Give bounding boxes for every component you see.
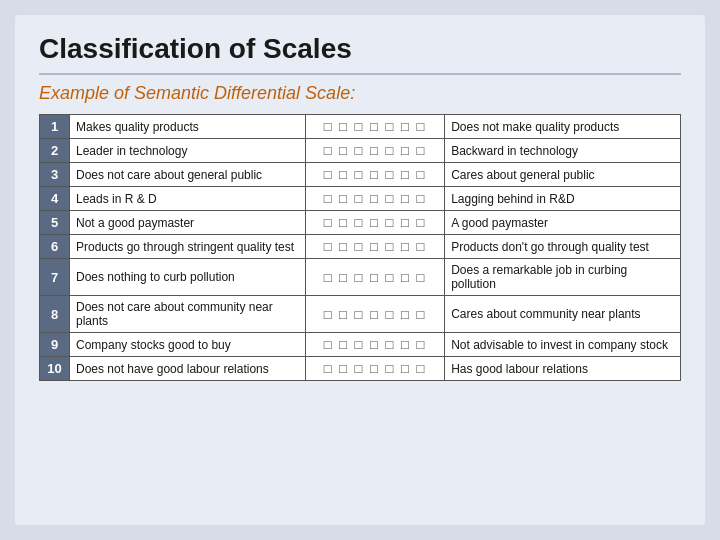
table-row: 3Does not care about general public□ □ □… bbox=[40, 163, 681, 187]
left-label: Does not have good labour relations bbox=[70, 357, 306, 381]
scale-checkboxes[interactable]: □ □ □ □ □ □ □ bbox=[305, 211, 444, 235]
left-label: Products go through stringent quality te… bbox=[70, 235, 306, 259]
left-label: Does not care about community near plant… bbox=[70, 296, 306, 333]
right-label: Backward in technology bbox=[445, 139, 681, 163]
row-number: 8 bbox=[40, 296, 70, 333]
scale-checkboxes[interactable]: □ □ □ □ □ □ □ bbox=[305, 163, 444, 187]
scale-checkboxes[interactable]: □ □ □ □ □ □ □ bbox=[305, 235, 444, 259]
table-row: 9Company stocks good to buy□ □ □ □ □ □ □… bbox=[40, 333, 681, 357]
row-number: 9 bbox=[40, 333, 70, 357]
row-number: 2 bbox=[40, 139, 70, 163]
scale-checkboxes[interactable]: □ □ □ □ □ □ □ bbox=[305, 357, 444, 381]
semantic-differential-table: 1Makes quality products□ □ □ □ □ □ □Does… bbox=[39, 114, 681, 381]
scale-checkboxes[interactable]: □ □ □ □ □ □ □ bbox=[305, 139, 444, 163]
page-title: Classification of Scales bbox=[39, 33, 681, 75]
row-number: 6 bbox=[40, 235, 70, 259]
table-row: 8Does not care about community near plan… bbox=[40, 296, 681, 333]
scale-checkboxes[interactable]: □ □ □ □ □ □ □ bbox=[305, 259, 444, 296]
row-number: 4 bbox=[40, 187, 70, 211]
row-number: 10 bbox=[40, 357, 70, 381]
left-label: Does nothing to curb pollution bbox=[70, 259, 306, 296]
subtitle: Example of Semantic Differential Scale: bbox=[39, 83, 681, 104]
right-label: Cares about community near plants bbox=[445, 296, 681, 333]
table-row: 7Does nothing to curb pollution□ □ □ □ □… bbox=[40, 259, 681, 296]
left-label: Leader in technology bbox=[70, 139, 306, 163]
table-row: 1Makes quality products□ □ □ □ □ □ □Does… bbox=[40, 115, 681, 139]
table-row: 5Not a good paymaster□ □ □ □ □ □ □A good… bbox=[40, 211, 681, 235]
left-label: Makes quality products bbox=[70, 115, 306, 139]
scale-checkboxes[interactable]: □ □ □ □ □ □ □ bbox=[305, 187, 444, 211]
right-label: Not advisable to invest in company stock bbox=[445, 333, 681, 357]
left-label: Does not care about general public bbox=[70, 163, 306, 187]
right-label: Has good labour relations bbox=[445, 357, 681, 381]
row-number: 1 bbox=[40, 115, 70, 139]
table-row: 6Products go through stringent quality t… bbox=[40, 235, 681, 259]
table-row: 2Leader in technology□ □ □ □ □ □ □Backwa… bbox=[40, 139, 681, 163]
row-number: 3 bbox=[40, 163, 70, 187]
right-label: Cares about general public bbox=[445, 163, 681, 187]
table-row: 10Does not have good labour relations□ □… bbox=[40, 357, 681, 381]
scale-checkboxes[interactable]: □ □ □ □ □ □ □ bbox=[305, 115, 444, 139]
right-label: A good paymaster bbox=[445, 211, 681, 235]
right-label: Does not make quality products bbox=[445, 115, 681, 139]
row-number: 5 bbox=[40, 211, 70, 235]
left-label: Leads in R & D bbox=[70, 187, 306, 211]
card: Classification of Scales Example of Sema… bbox=[15, 15, 705, 525]
right-label: Does a remarkable job in curbing polluti… bbox=[445, 259, 681, 296]
scale-checkboxes[interactable]: □ □ □ □ □ □ □ bbox=[305, 296, 444, 333]
left-label: Not a good paymaster bbox=[70, 211, 306, 235]
scale-checkboxes[interactable]: □ □ □ □ □ □ □ bbox=[305, 333, 444, 357]
right-label: Lagging behind in R&D bbox=[445, 187, 681, 211]
table-row: 4Leads in R & D□ □ □ □ □ □ □Lagging behi… bbox=[40, 187, 681, 211]
row-number: 7 bbox=[40, 259, 70, 296]
left-label: Company stocks good to buy bbox=[70, 333, 306, 357]
right-label: Products don't go through quality test bbox=[445, 235, 681, 259]
